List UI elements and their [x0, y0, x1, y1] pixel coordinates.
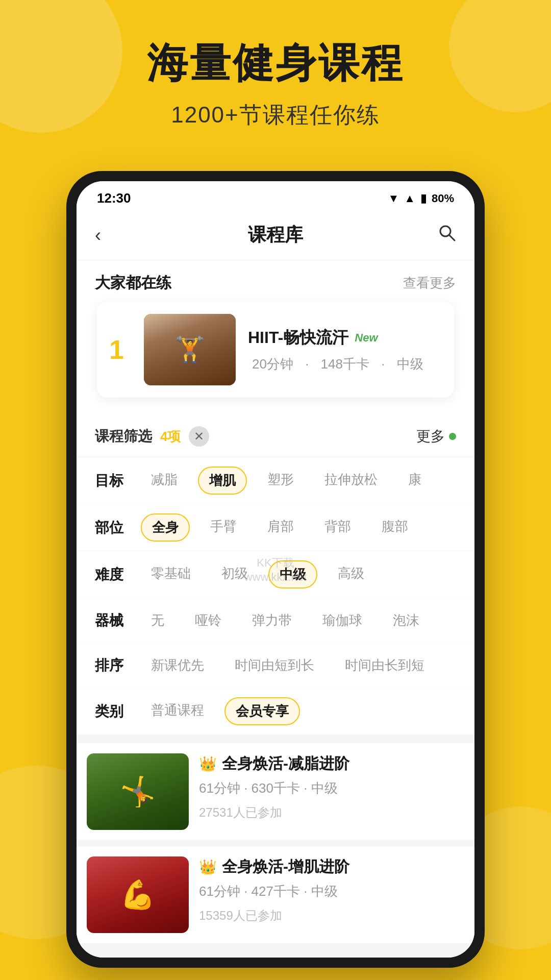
filter-tag-none[interactable]: 无 — [141, 607, 174, 633]
filter-tag-back[interactable]: 背部 — [314, 513, 361, 542]
filter-equipment-tags: 无 哑铃 弹力带 瑜伽球 泡沫 — [141, 607, 430, 633]
featured-course-card[interactable]: 1 HIIT-畅快流汗 New 20分钟 · — [97, 302, 454, 398]
filter-tag-normal[interactable]: 普通课程 — [141, 697, 214, 725]
filter-sort-label: 排序 — [95, 656, 141, 675]
status-time: 12:30 — [97, 190, 131, 206]
course-1-name: 全身焕活-减脂进阶 — [222, 753, 349, 774]
filter-tag-muscle[interactable]: 增肌 — [198, 467, 247, 495]
filter-row-bodypart: 部位 全身 手臂 肩部 背部 腹部 — [77, 504, 474, 551]
popular-section-title: 大家都在练 — [95, 273, 171, 293]
filter-tag-shoulders[interactable]: 肩部 — [257, 513, 304, 542]
course-2-duration: 61分钟 — [199, 884, 240, 899]
battery-icon: ▮ — [420, 192, 427, 205]
course-1-image — [87, 753, 189, 830]
course-2-info: 👑 全身焕活-增肌进阶 61分钟 · 427千卡 · 中级 15359人已参加 — [199, 856, 464, 924]
filter-tag-stretch[interactable]: 拉伸放松 — [314, 467, 388, 495]
filter-count: 4项 — [160, 428, 181, 446]
filter-tag-newest[interactable]: 新课优先 — [141, 652, 214, 678]
filter-goal-tags: 减脂 增肌 塑形 拉伸放松 康 — [141, 467, 432, 495]
course-1-participants: 27531人已参加 — [199, 804, 464, 821]
filter-equipment-label: 器械 — [95, 611, 141, 630]
course-2-calories: 427千卡 — [252, 884, 300, 899]
filter-row-category: 类别 普通课程 会员专享 — [77, 688, 474, 735]
course-1-info: 👑 全身焕活-减脂进阶 61分钟 · 630千卡 · 中级 27531人已参加 — [199, 753, 464, 821]
filter-bodypart-tags: 全身 手臂 肩部 背部 腹部 — [141, 513, 418, 542]
filter-more-label: 更多 — [416, 427, 445, 446]
app-header: ‹ 课程库 — [77, 212, 474, 260]
course-item-1[interactable]: 👑 全身焕活-减脂进阶 61分钟 · 630千卡 · 中级 27531人已参加 — [77, 743, 474, 840]
filter-bar: 课程筛选 4项 ✕ 更多 — [77, 416, 474, 457]
dot-separator-1: · — [305, 356, 312, 372]
filter-bodypart-label: 部位 — [95, 518, 141, 537]
filter-tag-dumbbell[interactable]: 哑铃 — [185, 607, 232, 633]
course-image — [144, 314, 236, 385]
filter-row-goal: 目标 减脂 增肌 塑形 拉伸放松 康 — [77, 457, 474, 504]
course-2-participants: 15359人已参加 — [199, 908, 464, 924]
course-2-level: 中级 — [311, 884, 338, 899]
page-title: 课程库 — [248, 223, 303, 248]
filter-tag-intermediate[interactable]: 中级 — [268, 560, 317, 589]
filter-tag-vip[interactable]: 会员专享 — [224, 697, 300, 725]
dot-separator-2: · — [381, 356, 388, 372]
filter-tag-advanced[interactable]: 高级 — [328, 560, 374, 589]
filter-category-tags: 普通课程 会员专享 — [141, 697, 300, 725]
vip-crown-icon-1: 👑 — [199, 755, 217, 772]
see-more-button[interactable]: 查看更多 — [403, 274, 456, 292]
course-1-dot1: · — [244, 780, 251, 796]
course-1-meta: 61分钟 · 630千卡 · 中级 — [199, 779, 464, 797]
course-meta: 20分钟 · 148千卡 · 中级 — [248, 355, 442, 373]
course-thumbnail — [144, 314, 236, 385]
search-button[interactable] — [431, 224, 456, 247]
course-1-dot2: · — [304, 780, 311, 796]
filter-tag-longer[interactable]: 时间由长到短 — [335, 652, 435, 678]
course-2-dot1: · — [244, 884, 251, 899]
phone-mockup: 12:30 ▼ ▲ ▮ 80% ‹ 课程库 — [66, 171, 485, 968]
filter-tag-beginner[interactable]: 初级 — [211, 560, 258, 589]
course-level: 中级 — [397, 356, 423, 372]
rank-number: 1 — [109, 334, 132, 365]
filter-tag-shorter[interactable]: 时间由短到长 — [224, 652, 324, 678]
course-duration: 20分钟 — [252, 356, 293, 372]
filter-tag-band[interactable]: 弹力带 — [242, 607, 302, 633]
filter-active-dot — [449, 433, 456, 440]
course-list: 👑 全身焕活-减脂进阶 61分钟 · 630千卡 · 中级 27531人已参加 — [77, 735, 474, 958]
filter-row-difficulty: 难度 零基础 初级 中级 高级 — [77, 551, 474, 598]
back-button[interactable]: ‹ — [95, 225, 120, 246]
popular-section-header: 大家都在练 查看更多 — [77, 260, 474, 302]
filter-tag-beginner0[interactable]: 零基础 — [141, 560, 201, 589]
course-2-thumbnail — [87, 856, 189, 933]
svg-line-1 — [449, 235, 455, 240]
new-badge: New — [355, 331, 378, 345]
filter-tag-yogaball[interactable]: 瑜伽球 — [312, 607, 372, 633]
status-bar: 12:30 ▼ ▲ ▮ 80% — [77, 181, 474, 212]
vip-crown-icon-2: 👑 — [199, 859, 217, 875]
filter-tag-rehab[interactable]: 康 — [398, 467, 432, 495]
filter-difficulty-tags: 零基础 初级 中级 高级 — [141, 560, 374, 589]
filter-label: 课程筛选 — [95, 427, 152, 446]
filter-difficulty-label: 难度 — [95, 565, 141, 584]
course-1-name-row: 👑 全身焕活-减脂进阶 — [199, 753, 464, 774]
course-2-name-row: 👑 全身焕活-增肌进阶 — [199, 856, 464, 877]
course-2-dot2: · — [304, 884, 311, 899]
course-item-2[interactable]: 👑 全身焕活-增肌进阶 61分钟 · 427千卡 · 中级 15359人已参加 — [77, 846, 474, 943]
filter-goal-label: 目标 — [95, 471, 141, 491]
filter-section: 目标 减脂 增肌 塑形 拉伸放松 康 部位 全身 — [77, 457, 474, 735]
filter-tag-foam[interactable]: 泡沫 — [383, 607, 430, 633]
course-name-row: HIIT-畅快流汗 New — [248, 327, 442, 349]
page-wrapper: 海量健身课程 1200+节课程任你练 12:30 ▼ ▲ ▮ 80% ‹ — [0, 0, 551, 980]
filter-tag-fat[interactable]: 减脂 — [141, 467, 188, 495]
phone-screen: 12:30 ▼ ▲ ▮ 80% ‹ 课程库 — [77, 181, 474, 958]
course-info: HIIT-畅快流汗 New 20分钟 · 148千卡 · 中级 — [248, 327, 442, 373]
filter-left: 课程筛选 4项 ✕ — [95, 426, 209, 447]
hero-subtitle: 1200+节课程任你练 — [20, 100, 531, 130]
status-icons: ▼ ▲ ▮ 80% — [388, 192, 454, 205]
filter-clear-button[interactable]: ✕ — [189, 426, 209, 447]
filter-tag-fullbody[interactable]: 全身 — [141, 513, 190, 542]
course-1-calories: 630千卡 — [252, 780, 300, 796]
filter-row-sort: 排序 新课优先 时间由短到长 时间由长到短 — [77, 643, 474, 688]
filter-tag-shape[interactable]: 塑形 — [257, 467, 304, 495]
filter-tag-abs[interactable]: 腹部 — [371, 513, 418, 542]
filter-tag-arms[interactable]: 手臂 — [200, 513, 247, 542]
filter-more-button[interactable]: 更多 — [416, 427, 456, 446]
wifi-icon: ▼ — [388, 192, 399, 205]
